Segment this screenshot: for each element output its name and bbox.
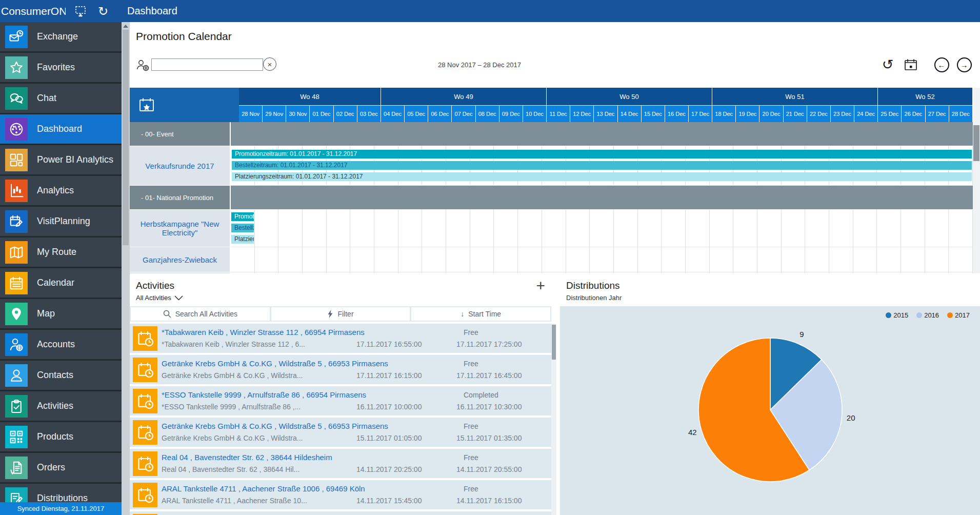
main-vertical-scrollbar[interactable] [122, 22, 130, 515]
promotion-label[interactable]: Herbstkampagne "New Electricity" [130, 210, 231, 247]
gantt-group-row[interactable]: - 00- Event [130, 122, 973, 146]
day-header[interactable]: 10 Dec [523, 105, 547, 122]
day-header[interactable]: 27 Dec [926, 105, 949, 122]
sidebar-item-power-bi-analytics[interactable]: Power BI Analytics [0, 145, 122, 176]
filter-button[interactable]: Filter [271, 307, 410, 321]
distribution-pie-chart[interactable]: 92042 [560, 306, 980, 515]
day-header[interactable]: 20 Dec [759, 105, 783, 122]
week-header[interactable]: Wo 52 [878, 88, 973, 105]
day-header[interactable]: 19 Dec [736, 105, 759, 122]
promotion-period-bar[interactable]: Promotionzeitraum: 01.01.2017 - 31.12.20… [232, 150, 972, 159]
day-header[interactable]: 05 Dec [405, 105, 428, 122]
sidebar-item-analytics[interactable]: Analytics [0, 176, 122, 207]
activity-title[interactable]: Real 04 , Bavenstedter Str. 62 , 38644 H… [162, 451, 456, 462]
day-header[interactable]: 07 Dec [452, 105, 475, 122]
day-header[interactable]: 03 Dec [357, 105, 381, 122]
week-header[interactable]: Wo 50 [547, 88, 712, 105]
sidebar-item-accounts[interactable]: Accounts [0, 330, 122, 361]
sidebar-item-chat[interactable]: Chat [0, 84, 122, 114]
day-header[interactable]: 09 Dec [499, 105, 523, 122]
scroll-up-arrow-icon[interactable] [123, 25, 128, 28]
day-header[interactable]: 13 Dec [594, 105, 617, 122]
day-header[interactable]: 30 Nov [286, 105, 310, 122]
scrollbar-thumb[interactable] [552, 325, 556, 360]
group-label[interactable]: - 00- Event [130, 122, 231, 146]
activity-row[interactable]: *Tabakwaren Keib , Winzler Strasse 112 ,… [130, 324, 551, 353]
legend-entry-2017[interactable]: 2017 [947, 311, 970, 319]
day-header[interactable]: 06 Dec [428, 105, 452, 122]
day-header[interactable]: 24 Dec [854, 105, 878, 122]
day-header[interactable]: 16 Dec [665, 105, 689, 122]
day-header[interactable]: 15 Dec [642, 105, 665, 122]
sidebar-item-visitplanning[interactable]: VisitPlanning [0, 207, 122, 237]
sidebar-item-favorites[interactable]: Favorites [0, 53, 122, 84]
activity-title[interactable]: Getränke Krebs GmbH & Co.KG , Wildstraße… [162, 420, 456, 430]
activity-row[interactable]: *ESSO Tankstelle 9999 , Arnulfstraße 86 … [130, 386, 551, 415]
activity-list-scrollbar[interactable] [551, 324, 556, 515]
legend-entry-2016[interactable]: 2016 [916, 311, 939, 319]
day-header[interactable]: 29 Nov [263, 105, 286, 122]
day-header[interactable]: 28 Nov [239, 105, 263, 122]
pick-date-button[interactable] [903, 57, 918, 72]
activity-title[interactable]: ARAL Tankstelle 4711 , Aachener Straße 1… [162, 482, 456, 493]
previous-period-button[interactable]: ← [934, 57, 949, 72]
activities-view-selector[interactable]: All Activities [136, 294, 183, 302]
promotion-label[interactable]: Ganzjahres-Zwieback [130, 247, 231, 272]
day-header[interactable]: 25 Dec [878, 105, 902, 122]
day-header[interactable]: 14 Dec [618, 105, 642, 122]
placement-period-bar[interactable]: Platzierungszeitraum: 01.01.2017 - 31.12… [232, 172, 972, 181]
week-header[interactable]: Wo 48 [239, 88, 381, 105]
activity-title[interactable]: *ESSO Tankstelle 9999 , Arnulfstraße 86 … [162, 388, 456, 399]
monitor-disconnect-icon[interactable] [73, 4, 88, 19]
search-activities-button[interactable]: Search All Activities [131, 307, 270, 321]
promotion-period-bar[interactable]: Promotionzeitraum: 01.01.2017 - 31.12.20… [231, 212, 254, 221]
day-header[interactable]: 23 Dec [831, 105, 854, 122]
account-search-input[interactable] [151, 58, 263, 71]
sidebar-item-exchange[interactable]: Exchange [0, 22, 122, 53]
activity-row-clipped[interactable] [130, 511, 551, 515]
next-period-button[interactable]: → [956, 57, 972, 72]
order-period-bar[interactable]: Bestellzeitraum: 01.01.2017 - 31.12.2017 [231, 224, 254, 232]
sync-icon[interactable]: ↻ [95, 4, 111, 19]
sort-start-time-button[interactable]: ↓ Start Time [411, 307, 550, 321]
sidebar-item-my-route[interactable]: My Route [0, 237, 122, 268]
day-header[interactable]: 26 Dec [902, 105, 925, 122]
day-header[interactable]: 22 Dec [807, 105, 831, 122]
day-header[interactable]: 21 Dec [784, 105, 807, 122]
day-header[interactable]: 04 Dec [381, 105, 405, 122]
day-header[interactable]: 17 Dec [689, 105, 712, 122]
scrollbar-thumb[interactable] [973, 125, 979, 161]
sidebar-item-orders[interactable]: Orders [0, 453, 122, 484]
legend-entry-2015[interactable]: 2015 [886, 311, 908, 319]
activity-row[interactable]: Getränke Krebs GmbH & Co.KG , Wildstraße… [130, 355, 551, 384]
gantt-corner-cell[interactable] [130, 88, 239, 122]
order-period-bar[interactable]: Bestellzeitraum: 01.01.2017 - 31.12.2017 [232, 161, 972, 170]
gantt-vertical-scrollbar[interactable] [973, 88, 980, 273]
sidebar-item-dashboard[interactable]: Dashboard [0, 114, 122, 145]
sidebar-item-activities[interactable]: Activities [0, 391, 122, 422]
day-header[interactable]: 02 Dec [334, 105, 357, 122]
sidebar-item-products[interactable]: Products [0, 422, 122, 453]
day-header[interactable]: 01 Dec [310, 105, 333, 122]
activity-row[interactable]: Real 04 , Bavenstedter Str. 62 , 38644 H… [130, 449, 551, 478]
sidebar-item-contacts[interactable]: Contacts [0, 361, 122, 391]
day-header[interactable]: 12 Dec [570, 105, 594, 122]
clear-search-button[interactable]: × [263, 57, 276, 71]
promotion-label[interactable]: Hela Sommer-Zwieback [130, 272, 231, 273]
activity-row[interactable]: ARAL Tankstelle 4711 , Aachener Straße 1… [130, 480, 551, 509]
placement-period-bar[interactable]: Platzierungszeitraum: 01.01.2017 - 31.12… [231, 235, 254, 244]
reset-date-range-button[interactable]: ↺ [880, 57, 895, 72]
day-header[interactable]: 18 Dec [712, 105, 736, 122]
week-header[interactable]: Wo 49 [381, 88, 547, 105]
sidebar-item-map[interactable]: Map [0, 299, 122, 330]
activity-title[interactable]: *Tabakwaren Keib , Winzler Strasse 112 ,… [162, 326, 456, 336]
activity-row[interactable]: Getränke Krebs GmbH & Co.KG , Wildstraße… [130, 418, 551, 447]
gantt-group-row[interactable]: - 01- National Promotion [130, 186, 973, 210]
add-activity-button[interactable]: + [536, 278, 545, 293]
activity-title[interactable]: Getränke Krebs GmbH & Co.KG , Wildstraße… [162, 357, 456, 368]
day-header[interactable]: 28 Dec [949, 105, 973, 122]
day-header[interactable]: 11 Dec [547, 105, 570, 122]
sidebar-item-calendar[interactable]: Calendar [0, 268, 122, 299]
week-header[interactable]: Wo 51 [712, 88, 878, 105]
group-label[interactable]: - 01- National Promotion [130, 186, 231, 209]
